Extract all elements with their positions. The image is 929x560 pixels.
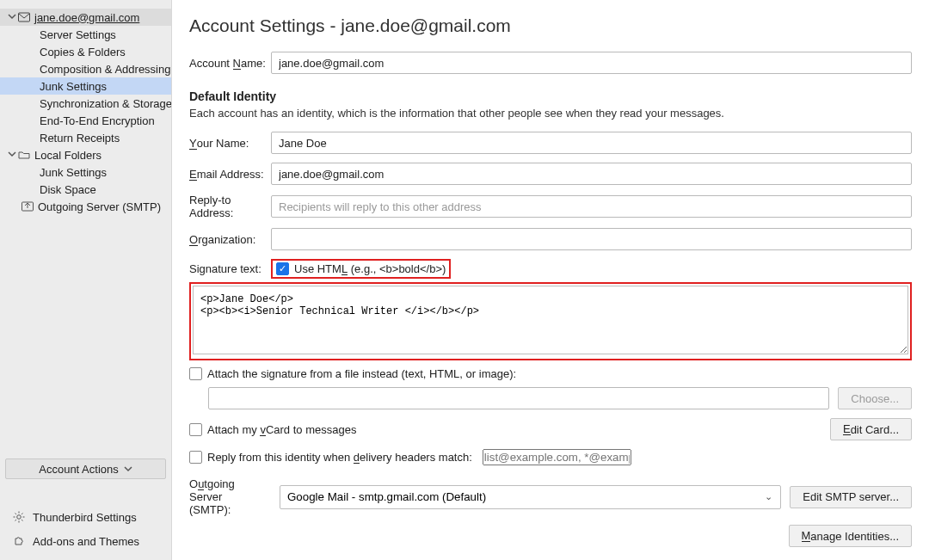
use-html-label: Use HTML (e.g., <b>bold</b>) [294, 262, 446, 275]
edit-card-button[interactable]: Edit Card... [830, 418, 912, 440]
sidebar-item-lf-disk[interactable]: Disk Space [0, 181, 171, 198]
sig-label: Signature text: [189, 262, 271, 275]
use-html-checkbox[interactable]: ✓ [276, 262, 289, 275]
svg-rect-0 [19, 13, 30, 22]
chevron-down-icon [124, 463, 132, 476]
outgoing-server-select[interactable]: Google Mail - smtp.gmail.com (Default) [280, 485, 781, 509]
outgoing-row: Outgoing Server (SMTP): Google Mail - sm… [189, 477, 912, 516]
page-title: Account Settings - jane.doe@gmail.com [189, 15, 912, 36]
account-name-row: Account Name: [189, 52, 912, 74]
addons-themes-link[interactable]: Add-ons and Themes [5, 529, 166, 553]
svg-line-9 [15, 520, 16, 520]
sidebar-item-server-settings[interactable]: Server Settings [0, 26, 171, 43]
account-name-input[interactable] [271, 52, 912, 74]
replyto-row: Reply-to Address: [189, 194, 912, 219]
outgoing-server-icon [21, 200, 34, 213]
org-label: Organization: [189, 233, 271, 246]
use-html-highlight: ✓ Use HTML (e.g., <b>bold</b>) [271, 259, 451, 279]
sidebar-item-copies-folders[interactable]: Copies & Folders [0, 43, 171, 60]
choose-button[interactable]: Choose... [838, 387, 912, 409]
sidebar-item-e2e[interactable]: End-To-End Encryption [0, 112, 171, 129]
email-label: Email Address: [189, 168, 271, 181]
sidebar-item-return-receipts[interactable]: Return Receipts [0, 129, 171, 146]
account-tree: jane.doe@gmail.com Server Settings Copie… [0, 9, 171, 452]
reply-match-input[interactable] [483, 449, 631, 465]
reply-match-checkbox[interactable] [189, 451, 202, 464]
svg-line-7 [15, 514, 16, 514]
outgoing-server-row[interactable]: Outgoing Server (SMTP) [0, 198, 171, 215]
your-name-label: Your Name: [189, 137, 271, 150]
default-identity-title: Default Identity [189, 89, 912, 103]
sidebar-item-lf-junk[interactable]: Junk Settings [0, 163, 171, 181]
gear-icon [12, 510, 26, 524]
svg-point-2 [17, 515, 22, 520]
default-identity-sub: Each account has an identity, which is t… [189, 107, 912, 120]
sidebar-item-composition[interactable]: Composition & Addressing [0, 60, 171, 77]
account-name-label: Account Name: [189, 57, 271, 70]
attach-file-checkbox[interactable] [189, 367, 202, 380]
local-folders-row[interactable]: Local Folders [0, 146, 171, 163]
attach-vcard-checkbox[interactable] [189, 423, 202, 436]
chevron-down-icon [7, 12, 17, 22]
sidebar-bottom: Account Actions Thunderbird Settings Add… [0, 452, 171, 560]
replyto-label: Reply-to Address: [189, 194, 271, 219]
sidebar-item-junk[interactable]: Junk Settings [0, 77, 171, 95]
attach-file-row: Attach the signature from a file instead… [189, 367, 912, 380]
main-panel: Account Settings - jane.doe@gmail.com Ac… [172, 0, 929, 560]
account-name: jane.doe@gmail.com [33, 11, 139, 24]
your-name-row: Your Name: [189, 132, 912, 154]
signature-highlight [189, 282, 912, 360]
chevron-down-icon [7, 150, 17, 160]
account-actions-button[interactable]: Account Actions [5, 458, 166, 479]
mail-account-icon [17, 10, 31, 24]
sidebar: jane.doe@gmail.com Server Settings Copie… [0, 0, 172, 560]
outgoing-label: Outgoing Server (SMTP): [189, 477, 271, 516]
signature-file-input[interactable] [208, 387, 829, 409]
attach-file-input-row: Choose... [208, 387, 912, 409]
org-input[interactable] [271, 228, 912, 250]
sidebar-item-sync-storage[interactable]: Synchronization & Storage [0, 95, 171, 112]
edit-smtp-button[interactable]: Edit SMTP server... [790, 486, 912, 508]
manage-identities-row: Manage Identities... [189, 525, 912, 547]
puzzle-icon [12, 534, 26, 548]
local-folders-label: Local Folders [33, 149, 102, 162]
sig-label-row: Signature text: ✓ Use HTML (e.g., <b>bol… [189, 259, 912, 279]
reply-match-label: Reply from this identity when delivery h… [207, 451, 472, 464]
replyto-input[interactable] [271, 195, 912, 218]
account-row[interactable]: jane.doe@gmail.com [0, 9, 171, 26]
org-row: Organization: [189, 228, 912, 250]
attach-vcard-row: Attach my vCard to messages Edit Card... [189, 418, 912, 440]
svg-line-8 [22, 520, 22, 520]
manage-identities-button[interactable]: Manage Identities... [789, 525, 912, 547]
reply-match-row: Reply from this identity when delivery h… [189, 449, 912, 465]
attach-vcard-label: Attach my vCard to messages [207, 423, 356, 436]
folder-icon [17, 148, 31, 162]
email-row: Email Address: [189, 163, 912, 185]
signature-textarea[interactable] [193, 286, 908, 354]
attach-file-label: Attach the signature from a file instead… [207, 367, 516, 380]
email-input[interactable] [271, 163, 912, 185]
thunderbird-settings-link[interactable]: Thunderbird Settings [5, 505, 166, 529]
your-name-input[interactable] [271, 132, 912, 154]
svg-line-10 [22, 514, 22, 514]
